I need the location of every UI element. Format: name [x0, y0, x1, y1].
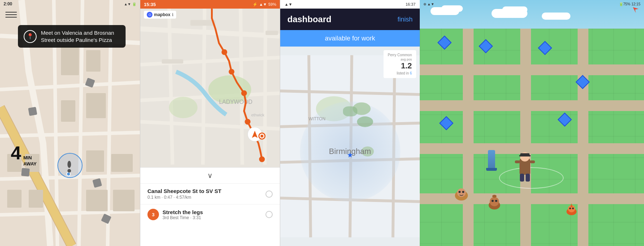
route-radio-button[interactable] [265, 190, 273, 198]
location-icon: 📍 [24, 30, 37, 43]
pillar-top [488, 150, 495, 168]
poke-status-left: ⊕ ▲▼ [423, 2, 434, 6]
eta-labels: MIN AWAY [23, 155, 37, 167]
achievement-subtitle: 3rd Best Time · 3:31 [163, 215, 203, 220]
dashboard-map-area: Perry Common avg pos 1.2 listed in 6 WIT… [280, 47, 420, 246]
status-time: 2:00 [4, 1, 12, 6]
pokemon-creature-1 [453, 185, 470, 203]
pokestop-6 [560, 115, 570, 125]
svg-point-48 [572, 208, 574, 209]
svg-text:LADYWOOD: LADYWOOD [219, 99, 252, 105]
route-dots [67, 161, 71, 168]
route-item[interactable]: Canal Sheepcote St to SV ST 0.1 km · 0:4… [140, 184, 280, 204]
svg-point-53 [492, 195, 497, 198]
area-dot-4 [343, 106, 357, 116]
svg-rect-9 [86, 150, 104, 172]
callout-text: Meet on Valencia and Brosnan Street outs… [41, 29, 120, 43]
bluetooth-icon: ⚡ [253, 2, 258, 7]
road-horizontal-1 [420, 64, 644, 75]
route-dot-2 [67, 169, 71, 173]
svg-point-23 [229, 69, 234, 74]
road-vertical-2 [520, 29, 531, 246]
status-bar: 2:00 ▲▼ 🔋 [0, 0, 140, 8]
achievement-left: 3 Stretch the legs 3rd Best Time · 3:31 [147, 209, 203, 220]
sheet-handle[interactable]: ∨ [140, 168, 280, 184]
eta-number: 4 [11, 144, 21, 162]
achievement-info: Stretch the legs 3rd Best Time · 3:31 [163, 209, 203, 220]
svg-rect-16 [191, 20, 216, 26]
mapbox-logo: ⬡ mapbox ℹ [144, 11, 176, 19]
hamburger-menu[interactable] [5, 9, 17, 20]
dash-signal-icon: ▲▼ [285, 2, 292, 6]
status-icons: ▲▼ 🔋 [124, 2, 136, 6]
strava-bottom-sheet: ∨ Canal Sheepcote St to SV ST 0.1 km · 0… [140, 167, 280, 246]
strava-status-icons: ⚡ ▲▼ 59% [253, 2, 276, 7]
pokestop-cube-1 [437, 35, 452, 50]
svg-rect-37 [515, 160, 520, 163]
svg-rect-12 [113, 190, 135, 211]
svg-text:ethwick: ethwick [251, 113, 264, 117]
strava-panel: LADYWOOD ethwick 15:35 ⚡ ▲▼ 59% ⬡ mapbox… [140, 0, 280, 246]
battery-icon: 59% [268, 2, 276, 6]
pokestop-cube-6 [558, 112, 572, 127]
svg-point-22 [221, 49, 227, 55]
dash-time: 16:37 [405, 2, 415, 6]
cloud-5 [542, 13, 570, 20]
svg-rect-40 [526, 174, 530, 182]
poke-time: 12:15 [631, 2, 640, 6]
svg-rect-3 [61, 100, 75, 122]
svg-rect-18 [265, 31, 278, 35]
listed-in-label: listed in 6 [388, 71, 412, 75]
pokestop-cube-5 [439, 116, 453, 130]
pokemon-map-grid [420, 29, 644, 246]
car-icon-2 [28, 107, 37, 116]
mapbox-text: mapbox [154, 12, 170, 17]
wifi-icon: ▲▼ [259, 2, 267, 6]
svg-rect-2 [86, 50, 100, 72]
pokemon-creature-2 [565, 202, 578, 217]
mapbox-icon: ⬡ [147, 12, 152, 18]
svg-rect-4 [86, 93, 106, 118]
pokemon-panel: ⊕ ▲▼ 🔋75% 12:15 [420, 0, 644, 246]
svg-point-25 [245, 119, 250, 125]
road-horizontal-2 [420, 100, 644, 111]
svg-point-30 [260, 135, 263, 138]
svg-rect-39 [520, 174, 524, 182]
achievement-item[interactable]: 3 Stretch the legs 3rd Best Time · 3:31 [140, 204, 280, 225]
svg-rect-38 [530, 160, 535, 163]
achievement-radio-button[interactable] [265, 211, 273, 218]
svg-point-44 [462, 191, 464, 193]
route-title: Canal Sheepcote St to SV ST [147, 188, 221, 194]
svg-point-47 [569, 208, 571, 209]
pokestop-3 [540, 43, 550, 53]
player-character [514, 151, 536, 185]
svg-rect-7 [7, 190, 22, 208]
road-vertical-3 [578, 29, 588, 246]
svg-point-15 [169, 97, 198, 118]
pokestop-4 [578, 77, 588, 87]
svg-point-24 [241, 90, 247, 96]
svg-point-43 [459, 191, 461, 193]
svg-rect-1 [61, 47, 79, 75]
svg-rect-8 [29, 190, 43, 208]
svg-point-26 [259, 156, 265, 162]
road-vertical-1 [463, 29, 474, 246]
area-dot-2 [357, 116, 373, 127]
finish-button[interactable]: finish [398, 16, 413, 23]
svg-point-52 [495, 200, 497, 202]
route-subtitle: 0.1 km · 0:47 · 4:57/km [147, 195, 221, 200]
eta-away: AWAY [23, 161, 37, 167]
pokestop-pillar [486, 150, 497, 171]
avg-pos-label: avg pos [388, 58, 412, 61]
route-info: Canal Sheepcote St to SV ST 0.1 km · 0:4… [147, 188, 221, 200]
medal-badge: 3 [147, 209, 159, 220]
eta-badge: 4 MIN AWAY [11, 144, 37, 167]
pokestop-cube-4 [575, 75, 590, 89]
witton-label: WITTON [309, 116, 325, 121]
poke-battery: 🔋75% [619, 2, 630, 6]
avg-pos-value: 1.2 [388, 61, 412, 71]
pokestop-1 [439, 38, 450, 48]
svg-point-50 [490, 197, 499, 206]
dashboard-status-bar: ▲▼ 16:37 [280, 0, 420, 9]
pokestop-5 [441, 118, 451, 128]
